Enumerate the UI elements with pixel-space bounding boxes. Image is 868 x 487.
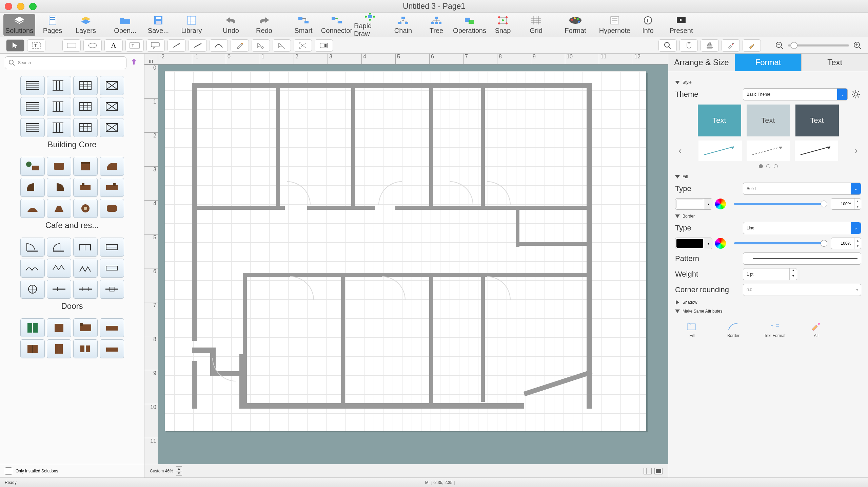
drawing-page[interactable] — [165, 71, 646, 431]
same-text-format-button[interactable]: TText Format — [760, 322, 790, 338]
callout-tool[interactable] — [146, 39, 165, 52]
library-shape[interactable] — [100, 238, 124, 257]
toolbar-open-button[interactable]: Open... — [109, 14, 141, 36]
style-sample-3[interactable]: Text — [795, 105, 839, 136]
toolbar-operations-button[interactable]: Operations — [454, 14, 486, 36]
pin-icon[interactable] — [130, 58, 139, 68]
library-shape[interactable] — [47, 76, 71, 95]
fill-opacity-slider[interactable] — [734, 203, 827, 205]
cut-tool[interactable] — [294, 39, 312, 52]
toolbar-info-button[interactable]: iInfo — [632, 14, 664, 36]
make-same-section-header[interactable]: Make Same Attributes — [675, 309, 861, 314]
arrow-sample-2[interactable] — [747, 141, 790, 161]
tab-format[interactable]: Format — [735, 54, 802, 71]
eyedropper-tool[interactable] — [722, 39, 740, 52]
toolbar-save-button[interactable]: Save... — [142, 14, 174, 36]
toolbar-format-button[interactable]: Format — [559, 14, 591, 36]
zoom-combo[interactable]: Custom 46% — [150, 469, 173, 473]
toolbar-grid-button[interactable]: Grid — [520, 14, 552, 36]
hand-tool[interactable] — [679, 39, 698, 52]
zoom-slider[interactable] — [788, 44, 849, 46]
library-shape[interactable] — [47, 318, 71, 337]
library-shape[interactable] — [73, 280, 98, 299]
curve-tool[interactable] — [210, 39, 228, 52]
library-shape[interactable] — [73, 76, 98, 95]
library-shape[interactable] — [47, 280, 71, 299]
same-border-button[interactable]: Border — [718, 322, 748, 338]
toolbar-layers-button[interactable]: Layers — [70, 14, 102, 36]
library-shape[interactable] — [20, 318, 45, 337]
fill-opacity-value[interactable]: 100%▲▼ — [831, 198, 861, 210]
library-shape[interactable] — [47, 199, 71, 218]
toolbar-redo-button[interactable]: Redo — [248, 14, 280, 36]
style-section-header[interactable]: Style — [675, 80, 861, 85]
rect-tool[interactable] — [62, 39, 81, 52]
library-shape[interactable] — [47, 97, 71, 116]
library-shape[interactable] — [20, 76, 45, 95]
style-prev-icon[interactable]: ‹ — [675, 145, 685, 156]
library-shape[interactable] — [47, 157, 71, 176]
line-tool[interactable] — [189, 39, 207, 52]
library-shape[interactable] — [73, 157, 98, 176]
toolbar-pages-button[interactable]: Pages — [37, 14, 68, 36]
library-shape[interactable] — [100, 259, 124, 278]
ellipse-tool[interactable] — [83, 39, 102, 52]
brush-tool[interactable] — [743, 39, 761, 52]
library-shape[interactable] — [100, 157, 124, 176]
toolbar-snap-button[interactable]: Snap — [487, 14, 519, 36]
shadow-section-header[interactable]: Shadow — [675, 300, 861, 305]
text-box-tool[interactable]: T — [125, 39, 144, 52]
pattern-select[interactable] — [743, 252, 861, 265]
arrow-sample-1[interactable] — [698, 141, 742, 161]
style-next-icon[interactable]: › — [851, 145, 861, 156]
edit-point-tool[interactable] — [252, 39, 270, 52]
same-fill-button[interactable]: Fill — [677, 322, 707, 338]
library-shape[interactable] — [100, 76, 124, 95]
toolbar-chain-button[interactable]: Chain — [387, 14, 419, 36]
presentation-icon[interactable] — [654, 468, 663, 474]
library-shape[interactable] — [73, 238, 98, 257]
library-shape[interactable] — [100, 118, 124, 137]
library-shape[interactable] — [100, 280, 124, 299]
weight-input[interactable]: 1 pt▲▼ — [743, 268, 797, 280]
fill-color-wheel-icon[interactable] — [715, 199, 726, 209]
library-shape[interactable] — [100, 199, 124, 218]
library-shape[interactable] — [73, 199, 98, 218]
library-shape[interactable] — [73, 178, 98, 197]
library-shape[interactable] — [47, 238, 71, 257]
toolbar-tree-button[interactable]: Tree — [420, 14, 452, 36]
border-opacity-value[interactable]: 100%▲▼ — [831, 238, 861, 249]
library-shape[interactable] — [20, 118, 45, 137]
border-color-select[interactable]: ▾ — [675, 238, 712, 249]
library-shape[interactable] — [73, 339, 98, 358]
canvas-viewport[interactable] — [158, 64, 668, 464]
same-all-button[interactable]: All — [801, 322, 831, 338]
theme-select[interactable]: Basic Theme⌄ — [743, 88, 848, 100]
library-shape[interactable] — [100, 339, 124, 358]
library-shape[interactable] — [47, 339, 71, 358]
library-shape[interactable] — [20, 178, 45, 197]
library-shape[interactable] — [100, 318, 124, 337]
stamp-tool[interactable] — [701, 39, 719, 52]
library-shape[interactable] — [20, 259, 45, 278]
toolbar-undo-button[interactable]: Undo — [215, 14, 247, 36]
library-shape[interactable] — [47, 259, 71, 278]
library-shape[interactable] — [73, 97, 98, 116]
library-shape[interactable] — [20, 238, 45, 257]
line-arrow-tool[interactable] — [167, 39, 186, 52]
toolbar-rapid-button[interactable]: Rapid Draw — [354, 14, 386, 36]
library-shape[interactable] — [100, 178, 124, 197]
library-shape[interactable] — [20, 97, 45, 116]
only-installed-checkbox[interactable]: Only Installed Solutions — [0, 464, 144, 477]
search-input[interactable]: Search — [5, 56, 126, 69]
border-color-wheel-icon[interactable] — [715, 238, 726, 249]
connect-point-tool[interactable] — [273, 39, 291, 52]
text-frame-tool[interactable]: T — [27, 39, 45, 52]
library-shape[interactable] — [73, 118, 98, 137]
toolbar-solutions-button[interactable]: Solutions — [3, 14, 35, 36]
library-shape[interactable] — [20, 280, 45, 299]
toolbar-library-button[interactable]: Library — [176, 14, 208, 36]
library-shape[interactable] — [20, 339, 45, 358]
toolbar-smart-button[interactable]: Smart — [288, 14, 319, 36]
toolbar-present-button[interactable]: Present — [665, 14, 697, 36]
